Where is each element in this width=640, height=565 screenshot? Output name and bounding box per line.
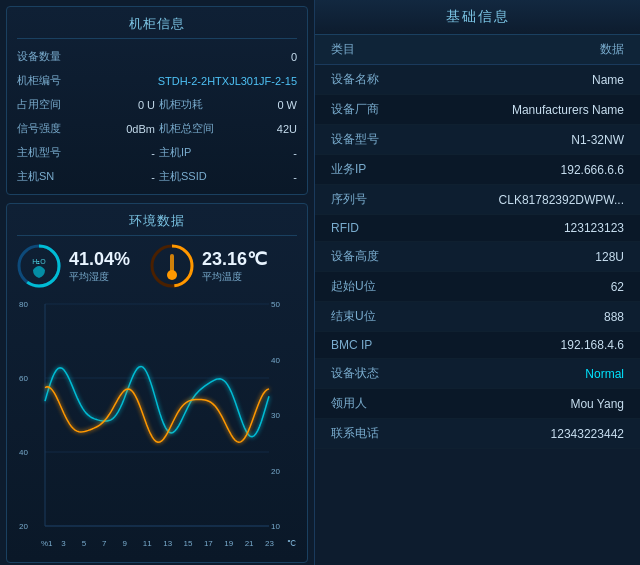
- temperature-value: 23.16℃: [202, 248, 267, 270]
- temperature-metric: 23.16℃ 平均温度: [150, 244, 267, 288]
- table-row: 业务IP192.666.6.6: [315, 155, 640, 185]
- row-value: Name: [411, 73, 624, 87]
- svg-text:H₂O: H₂O: [32, 258, 46, 265]
- cabinet-title: 机柜信息: [17, 15, 297, 39]
- humidity-value: 41.04%: [69, 249, 130, 270]
- row-value: 62: [411, 280, 624, 294]
- table-row: RFID123123123: [315, 215, 640, 242]
- row-key: 设备名称: [331, 71, 411, 88]
- table-row: 设备名称Name: [315, 65, 640, 95]
- env-title: 环境数据: [17, 212, 297, 236]
- row-key: BMC IP: [331, 338, 411, 352]
- row-key: 起始U位: [331, 278, 411, 295]
- row-value: 128U: [411, 250, 624, 264]
- label-4a: 主机型号: [17, 145, 61, 160]
- temperature-icon: [150, 244, 194, 288]
- environment-chart: [17, 296, 297, 550]
- value-1: STDH-2-2HTXJL301JF-2-15: [158, 75, 297, 87]
- table-row: 设备高度128U: [315, 242, 640, 272]
- label-2a: 占用空间: [17, 97, 61, 112]
- cabinet-row-0: 设备数量 0: [17, 47, 297, 66]
- value-2b: 0 W: [277, 99, 297, 111]
- humidity-icon: H₂O: [17, 244, 61, 288]
- cabinet-grid: 设备数量 0 机柜编号 STDH-2-2HTXJL301JF-2-15 占用空间…: [17, 47, 297, 186]
- table-row: 领用人Mou Yang: [315, 389, 640, 419]
- row-value: 123123123: [411, 221, 624, 235]
- cabinet-row-5b: 主机SSID -: [159, 167, 297, 186]
- svg-rect-5: [170, 254, 174, 272]
- label-2b: 机柜功耗: [159, 97, 203, 112]
- cabinet-row-3b: 机柜总空间 42U: [159, 119, 297, 138]
- row-value: 192.168.4.6: [411, 338, 624, 352]
- row-key: 领用人: [331, 395, 411, 412]
- table-row: 联系电话12343223442: [315, 419, 640, 449]
- right-title: 基础信息: [315, 0, 640, 35]
- row-value: 192.666.6.6: [411, 163, 624, 177]
- row-key: 设备厂商: [331, 101, 411, 118]
- col-val-header: 数据: [600, 41, 624, 58]
- row-value: CLK81782392DWPW...: [411, 193, 624, 207]
- table-row: 起始U位62: [315, 272, 640, 302]
- row-value: Mou Yang: [411, 397, 624, 411]
- cabinet-row-5a: 主机SN -: [17, 167, 155, 186]
- value-0: 0: [291, 51, 297, 63]
- row-value: 888: [411, 310, 624, 324]
- left-panel: 机柜信息 设备数量 0 机柜编号 STDH-2-2HTXJL301JF-2-15…: [0, 0, 315, 565]
- table-row: 设备型号N1-32NW: [315, 125, 640, 155]
- row-value: 12343223442: [411, 427, 624, 441]
- row-key: 联系电话: [331, 425, 411, 442]
- col-key-header: 类目: [331, 41, 355, 58]
- label-5a: 主机SN: [17, 169, 54, 184]
- humidity-metric: H₂O 41.04% 平均湿度: [17, 244, 130, 288]
- label-1: 机柜编号: [17, 73, 61, 88]
- cabinet-row-4b: 主机IP -: [159, 143, 297, 162]
- table-row: 设备厂商Manufacturers Name: [315, 95, 640, 125]
- chart-area: [17, 296, 297, 554]
- row-key: 序列号: [331, 191, 411, 208]
- row-key: 设备型号: [331, 131, 411, 148]
- cabinet-row-3a: 信号强度 0dBm: [17, 119, 155, 138]
- row-key: 业务IP: [331, 161, 411, 178]
- row-value: Manufacturers Name: [411, 103, 624, 117]
- label-3b: 机柜总空间: [159, 121, 214, 136]
- row-key: RFID: [331, 221, 411, 235]
- cabinet-row-2a: 占用空间 0 U: [17, 95, 155, 114]
- value-3a: 0dBm: [126, 123, 155, 135]
- value-5b: -: [293, 171, 297, 183]
- right-panel: 基础信息 类目 数据 设备名称Name设备厂商Manufacturers Nam…: [315, 0, 640, 565]
- cabinet-row-2b: 机柜功耗 0 W: [159, 95, 297, 114]
- table-row: 设备状态Normal: [315, 359, 640, 389]
- row-key: 设备高度: [331, 248, 411, 265]
- label-0: 设备数量: [17, 49, 61, 64]
- cabinet-row-1: 机柜编号 STDH-2-2HTXJL301JF-2-15: [17, 71, 297, 90]
- label-3a: 信号强度: [17, 121, 61, 136]
- cabinet-row-4a: 主机型号 -: [17, 143, 155, 162]
- row-key: 设备状态: [331, 365, 411, 382]
- svg-point-6: [167, 270, 177, 280]
- table-body: 设备名称Name设备厂商Manufacturers Name设备型号N1-32N…: [315, 65, 640, 565]
- env-metrics: H₂O 41.04% 平均湿度: [17, 244, 297, 288]
- value-2a: 0 U: [138, 99, 155, 111]
- value-3b: 42U: [277, 123, 297, 135]
- value-4b: -: [293, 147, 297, 159]
- label-5b: 主机SSID: [159, 169, 207, 184]
- cabinet-section: 机柜信息 设备数量 0 机柜编号 STDH-2-2HTXJL301JF-2-15…: [6, 6, 308, 195]
- value-4a: -: [151, 147, 155, 159]
- table-header: 类目 数据: [315, 35, 640, 65]
- humidity-label: 平均湿度: [69, 270, 130, 284]
- table-row: 序列号CLK81782392DWPW...: [315, 185, 640, 215]
- label-4b: 主机IP: [159, 145, 191, 160]
- value-5a: -: [151, 171, 155, 183]
- table-row: BMC IP192.168.4.6: [315, 332, 640, 359]
- row-key: 结束U位: [331, 308, 411, 325]
- temperature-values: 23.16℃ 平均温度: [202, 248, 267, 284]
- row-value: N1-32NW: [411, 133, 624, 147]
- environment-section: 环境数据 H₂O 41.04% 平均湿度: [6, 203, 308, 563]
- main-layout: 机柜信息 设备数量 0 机柜编号 STDH-2-2HTXJL301JF-2-15…: [0, 0, 640, 565]
- table-row: 结束U位888: [315, 302, 640, 332]
- row-value: Normal: [411, 367, 624, 381]
- temperature-label: 平均温度: [202, 270, 267, 284]
- humidity-values: 41.04% 平均湿度: [69, 249, 130, 284]
